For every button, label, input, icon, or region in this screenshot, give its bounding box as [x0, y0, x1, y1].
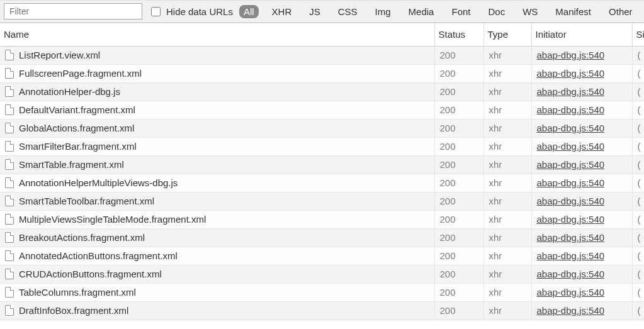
- type-filter-ws[interactable]: WS: [518, 5, 542, 18]
- file-icon: [5, 287, 14, 298]
- table-row[interactable]: TableColumns.fragment.xml200xhrabap-dbg.…: [0, 283, 644, 301]
- filter-input[interactable]: [4, 3, 142, 20]
- col-header-size[interactable]: Si: [632, 23, 644, 46]
- table-row[interactable]: CRUDActionButtons.fragment.xml200xhrabap…: [0, 265, 644, 283]
- cell-status: 200: [434, 119, 483, 137]
- file-icon: [5, 159, 14, 170]
- hide-data-urls-checkbox[interactable]: [151, 7, 161, 16]
- file-name: BreakoutActions.fragment.xml: [19, 232, 145, 243]
- cell-status: 200: [434, 228, 483, 247]
- cell-initiator[interactable]: abap-dbg.js:540: [531, 265, 632, 283]
- file-name: SmartFilterBar.fragment.xml: [19, 141, 137, 152]
- cell-name[interactable]: BreakoutActions.fragment.xml: [0, 228, 434, 247]
- cell-initiator[interactable]: abap-dbg.js:540: [531, 82, 632, 101]
- col-header-status[interactable]: Status: [434, 23, 483, 46]
- table-row[interactable]: AnnotationHelper-dbg.js200xhrabap-dbg.js…: [0, 82, 644, 101]
- cell-name[interactable]: TableColumns.fragment.xml: [0, 283, 434, 301]
- cell-initiator[interactable]: abap-dbg.js:540: [531, 64, 632, 82]
- table-row[interactable]: DraftInfoBox.fragment.xml200xhrabap-dbg.…: [0, 301, 644, 320]
- file-icon: [5, 196, 14, 206]
- cell-name[interactable]: CRUDActionButtons.fragment.xml: [0, 265, 434, 283]
- type-filter-all[interactable]: All: [239, 5, 259, 18]
- file-name: FullscreenPage.fragment.xml: [19, 68, 142, 79]
- table-row[interactable]: ListReport.view.xml200xhrabap-dbg.js:540…: [0, 46, 644, 64]
- cell-initiator[interactable]: abap-dbg.js:540: [531, 101, 632, 119]
- cell-name[interactable]: FullscreenPage.fragment.xml: [0, 64, 434, 82]
- cell-initiator[interactable]: abap-dbg.js:540: [531, 174, 632, 192]
- file-name: DraftInfoBox.fragment.xml: [19, 305, 128, 316]
- cell-initiator[interactable]: abap-dbg.js:540: [531, 301, 632, 320]
- file-icon: [5, 305, 14, 316]
- cell-size: (: [632, 192, 644, 210]
- file-name: AnnotationHelper-dbg.js: [19, 86, 120, 97]
- cell-name[interactable]: DefaultVariant.fragment.xml: [0, 101, 434, 119]
- cell-status: 200: [434, 174, 483, 192]
- cell-initiator[interactable]: abap-dbg.js:540: [531, 155, 632, 174]
- cell-status: 200: [434, 192, 483, 210]
- cell-initiator[interactable]: abap-dbg.js:540: [531, 137, 632, 155]
- file-icon: [5, 141, 14, 152]
- cell-name[interactable]: SmartFilterBar.fragment.xml: [0, 137, 434, 155]
- cell-size: (: [632, 228, 644, 247]
- file-name: AnnotationHelperMultipleViews-dbg.js: [19, 177, 178, 188]
- file-icon: [5, 269, 14, 279]
- table-header-row: Name Status Type Initiator Si: [0, 23, 644, 46]
- col-header-type[interactable]: Type: [483, 23, 531, 46]
- type-filter-other[interactable]: Other: [604, 5, 637, 18]
- hide-data-urls-option[interactable]: Hide data URLs: [149, 5, 233, 18]
- type-filter-font[interactable]: Font: [447, 5, 475, 18]
- table-row[interactable]: SmartTable.fragment.xml200xhrabap-dbg.js…: [0, 155, 644, 174]
- cell-name[interactable]: SmartTable.fragment.xml: [0, 155, 434, 174]
- table-row[interactable]: SmartTableToolbar.fragment.xml200xhrabap…: [0, 192, 644, 210]
- cell-initiator[interactable]: abap-dbg.js:540: [531, 119, 632, 137]
- table-row[interactable]: MultipleViewsSingleTableMode.fragment.xm…: [0, 210, 644, 228]
- file-name: DefaultVariant.fragment.xml: [19, 104, 135, 115]
- file-name: CRUDActionButtons.fragment.xml: [19, 269, 162, 279]
- cell-type: xhr: [483, 301, 531, 320]
- file-name: AnnotatedActionButtons.fragment.xml: [19, 250, 178, 261]
- cell-name[interactable]: AnnotatedActionButtons.fragment.xml: [0, 247, 434, 265]
- cell-status: 200: [434, 301, 483, 320]
- type-filter-manifest[interactable]: Manifest: [551, 5, 596, 18]
- cell-name[interactable]: ListReport.view.xml: [0, 46, 434, 64]
- type-filter-js[interactable]: JS: [305, 5, 325, 18]
- type-filter-img[interactable]: Img: [371, 5, 395, 18]
- cell-size: (: [632, 137, 644, 155]
- cell-type: xhr: [483, 155, 531, 174]
- network-table: Name Status Type Initiator Si ListReport…: [0, 23, 644, 320]
- file-name: SmartTable.fragment.xml: [19, 159, 124, 170]
- cell-name[interactable]: MultipleViewsSingleTableMode.fragment.xm…: [0, 210, 434, 228]
- cell-status: 200: [434, 137, 483, 155]
- hide-data-urls-label: Hide data URLs: [166, 6, 233, 17]
- cell-name[interactable]: DraftInfoBox.fragment.xml: [0, 301, 434, 320]
- table-body: ListReport.view.xml200xhrabap-dbg.js:540…: [0, 46, 644, 320]
- cell-type: xhr: [483, 265, 531, 283]
- cell-status: 200: [434, 265, 483, 283]
- col-header-name[interactable]: Name: [0, 23, 434, 46]
- cell-name[interactable]: AnnotationHelper-dbg.js: [0, 82, 434, 101]
- cell-initiator[interactable]: abap-dbg.js:540: [531, 228, 632, 247]
- cell-size: (: [632, 265, 644, 283]
- table-row[interactable]: BreakoutActions.fragment.xml200xhrabap-d…: [0, 228, 644, 247]
- cell-status: 200: [434, 101, 483, 119]
- cell-name[interactable]: AnnotationHelperMultipleViews-dbg.js: [0, 174, 434, 192]
- cell-initiator[interactable]: abap-dbg.js:540: [531, 210, 632, 228]
- table-row[interactable]: AnnotatedActionButtons.fragment.xml200xh…: [0, 247, 644, 265]
- type-filter-css[interactable]: CSS: [334, 5, 362, 18]
- table-row[interactable]: SmartFilterBar.fragment.xml200xhrabap-db…: [0, 137, 644, 155]
- table-row[interactable]: DefaultVariant.fragment.xml200xhrabap-db…: [0, 101, 644, 119]
- type-filter-doc[interactable]: Doc: [483, 5, 509, 18]
- cell-initiator[interactable]: abap-dbg.js:540: [531, 46, 632, 64]
- table-row[interactable]: GlobalActions.fragment.xml200xhrabap-dbg…: [0, 119, 644, 137]
- cell-initiator[interactable]: abap-dbg.js:540: [531, 192, 632, 210]
- cell-initiator[interactable]: abap-dbg.js:540: [531, 247, 632, 265]
- table-row[interactable]: FullscreenPage.fragment.xml200xhrabap-db…: [0, 64, 644, 82]
- type-filter-media[interactable]: Media: [404, 5, 439, 18]
- cell-initiator[interactable]: abap-dbg.js:540: [531, 283, 632, 301]
- col-header-initiator[interactable]: Initiator: [531, 23, 632, 46]
- table-row[interactable]: AnnotationHelperMultipleViews-dbg.js200x…: [0, 174, 644, 192]
- cell-type: xhr: [483, 46, 531, 64]
- cell-name[interactable]: GlobalActions.fragment.xml: [0, 119, 434, 137]
- cell-name[interactable]: SmartTableToolbar.fragment.xml: [0, 192, 434, 210]
- type-filter-xhr[interactable]: XHR: [268, 5, 297, 18]
